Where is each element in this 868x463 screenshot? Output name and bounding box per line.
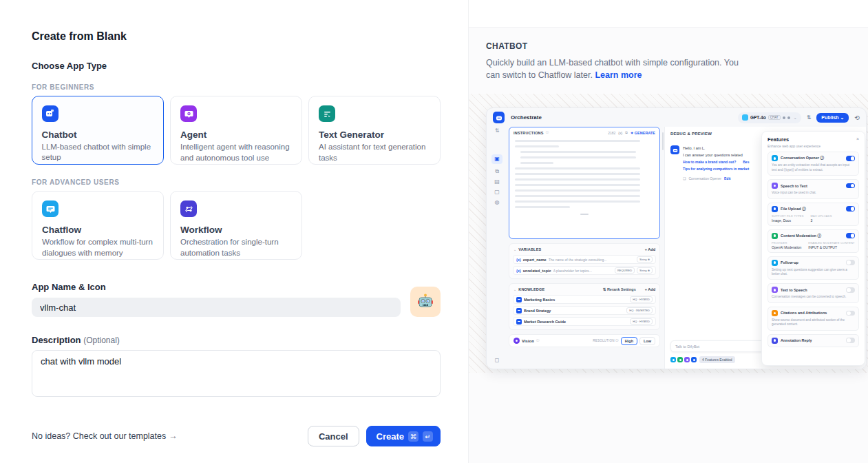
description-textarea[interactable]: chat with vllm model [32,350,441,397]
info-description: Quickly build an LLM-based chatbot with … [486,56,754,81]
app-type-card-chatflow[interactable]: Chatflow Workflow for complex multi-turn… [32,191,164,260]
card-desc: Intelligent agent with reasoning and aut… [180,142,292,163]
workflow-icon [180,200,197,217]
copy-icon: ⧉ [625,130,628,135]
suggestion-link: How to make a brand stand out? [683,158,736,165]
features-enabled-badge: 4 Features Enabled [699,356,735,363]
variable-tag-icon: {x} [516,258,521,262]
conversation-opener-icon: ❏ [683,176,686,181]
bot-avatar [670,145,679,154]
app-type-card-workflow[interactable]: Workflow Orchestration for single-turn a… [170,191,302,260]
vision-icon [514,338,520,344]
choose-app-type-label: Choose App Type [32,61,441,71]
card-desc: AI assistant for text generation tasks [319,142,430,163]
card-title: Chatbot [42,130,154,140]
globe-nav-icon: ◍ [495,200,500,205]
chatflow-icon [42,200,59,217]
preview-left-rail: ⇅ ▣ ⧉ ▤ ▢ ◍ ◻ [487,127,507,369]
model-settings-icon: ⇅ [807,114,812,121]
dialog-title: Create from Blank [32,30,441,43]
dataset-icon [516,308,522,313]
card-title: Chatflow [42,225,154,235]
toggle [846,206,855,212]
app-type-card-chatbot[interactable]: Chatbot LLM-based chatbot with simple se… [32,96,164,165]
knowledge-row: Market Research Guide HQ · HYBRID [513,317,656,326]
token-count: 2182 [608,131,615,135]
features-panel: Features × Enhance web app user experien… [761,131,865,366]
preview-topbar: Orchestrate GPT-4o CHAT ⌄ ⇅ Publish ⌄ ⟲ [487,108,866,127]
add-knowledge-button: + Add [645,287,655,291]
app-type-card-text-generator[interactable]: Text Generator AI assistant for text gen… [308,96,441,165]
app-icon-picker[interactable] [410,287,441,317]
document-nav-icon: ▤ [494,179,500,185]
feature-text-to-speech: Text to Speech Conversation messages can… [768,283,859,302]
instructions-label: INSTRUCTIONS [514,131,544,135]
microphone-icon [772,183,778,189]
orchestrate-nav-icon: ⇅ [495,128,500,134]
index-mode-chip: HQ · INVERTED [626,307,653,313]
variables-section: ⌄ VARIABLES + Add {x} expert_name The na… [509,243,660,279]
chevron-down-icon: ⌄ [514,287,516,291]
preview-hatch-band: Orchestrate GPT-4o CHAT ⌄ ⇅ Publish ⌄ ⟲ [469,94,868,373]
info-icon: ⓘ [546,131,549,134]
agent-icon [180,105,197,122]
close-icon: × [856,136,859,141]
monitor-nav-icon: ▣ [491,154,502,164]
app-name-input[interactable] [32,298,401,317]
feature-annotation-reply: Annotation Reply [768,334,859,347]
image-nav-icon: ⧉ [495,169,499,174]
cancel-button[interactable]: Cancel [308,426,359,446]
create-form-pane: Create from Blank Choose App Type FOR BE… [0,0,468,463]
speech-mini-icon [684,357,690,362]
shield-icon [772,233,778,239]
required-chip: REQUIRED [615,267,635,274]
opener-mini-icon [670,357,676,362]
toggle [846,260,855,265]
speaker-icon [772,287,778,293]
learn-more-link[interactable]: Learn more [595,70,642,80]
app-name-row: App Name & Icon [32,282,441,317]
index-mode-chip: HQ · HYBRID [630,318,653,325]
toggle [846,183,855,189]
toggle [846,338,855,343]
card-title: Agent [180,130,292,140]
preview-config-column: INSTRUCTIONS ⓘ 2182 {x} ⧉ ✦ GENERATE [507,127,664,369]
toggle [846,156,855,161]
dataset-icon [516,319,522,325]
info-title: CHATBOT [486,41,851,51]
advanced-group-label: FOR ADVANCED USERS [32,178,441,186]
cmd-key-icon: ⌘ [408,431,419,442]
preview-app-icon [493,112,505,123]
resolution-label: RESOLUTION ⓘ [593,339,618,342]
create-button[interactable]: Create ⌘ ↵ [366,426,441,446]
chatbot-preview-screenshot: Orchestrate GPT-4o CHAT ⌄ ⇅ Publish ⌄ ⟲ [486,107,867,369]
beginner-cards-row: Chatbot LLM-based chatbot with simple se… [32,96,441,165]
publish-button: Publish ⌄ [816,113,849,123]
toggle [846,311,855,316]
card-title: Text Generator [319,130,430,140]
index-mode-chip: HQ · HYBRID [630,296,653,302]
templates-link[interactable]: No ideas? Check out our templates→ [32,431,178,441]
variable-row: {x} expert_name The name of the strategi… [513,255,656,264]
variable-type-chip: String ⊕ [637,256,653,263]
model-selector: GPT-4o CHAT ⌄ [738,112,801,123]
variable-insert-icon: {x} [618,131,622,135]
variable-row: {x} unrelated_topic A placeholder for to… [513,266,656,275]
app-type-card-agent[interactable]: Agent Intelligent agent with reasoning a… [170,96,302,165]
upload-mini-icon [691,357,697,362]
card-desc: Orchestration for single-turn automation… [180,237,292,258]
create-app-modal: Create from Blank Choose App Type FOR BE… [0,0,868,463]
info-icon: ⓘ [536,339,540,342]
history-icon: ⟲ [854,114,860,121]
knowledge-section: ⌄ KNOWLEDGE ⇅ Rerank Settings + Add Mark… [509,283,660,330]
enter-key-icon: ↵ [423,431,433,442]
app-type-info-pane: CHATBOT Quickly build an LLM-based chatb… [468,0,868,463]
rerank-settings-button: ⇅ Rerank Settings [603,287,636,291]
variable-type-chip: String ⊕ [637,267,653,274]
card-desc: LLM-based chatbot with simple setup [42,142,154,163]
annotation-icon [772,338,778,344]
suggestion-link: Bes [743,158,749,165]
vision-row: Vision ⓘ RESOLUTION ⓘ High Low [509,334,660,347]
edit-opener-link: Edit [724,176,730,181]
model-name: GPT-4o [750,115,766,120]
